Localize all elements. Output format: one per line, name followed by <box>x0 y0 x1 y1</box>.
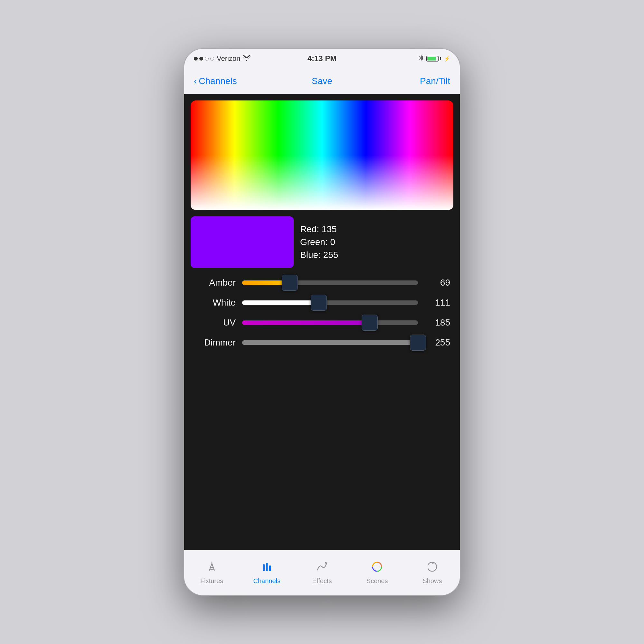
signal-dot-2 <box>199 57 203 61</box>
wifi-icon <box>243 55 251 63</box>
battery-body <box>426 56 439 62</box>
slider-thumb-dimmer[interactable] <box>410 335 426 351</box>
tab-item-effects[interactable]: Effects <box>294 550 349 595</box>
slider-value-white: 111 <box>424 298 450 308</box>
signal-dot-4 <box>210 57 214 61</box>
slider-track-amber[interactable] <box>242 280 418 285</box>
red-value: Red: 135 <box>300 224 453 234</box>
slider-row-amber: Amber69 <box>194 278 450 288</box>
rgb-values: Red: 135 Green: 0 Blue: 255 <box>300 224 453 260</box>
tab-item-fixtures[interactable]: Fixtures <box>184 550 239 595</box>
nav-back[interactable]: ‹ Channels <box>194 76 279 86</box>
slider-label-uv: UV <box>194 317 236 328</box>
color-picker[interactable] <box>191 100 453 210</box>
color-swatch <box>191 216 294 268</box>
slider-label-dimmer: Dimmer <box>194 337 236 348</box>
main-content: Red: 135 Green: 0 Blue: 255 Amber69White… <box>184 94 460 550</box>
slider-value-amber: 69 <box>424 278 450 288</box>
signal-dot-1 <box>194 57 198 61</box>
svg-rect-2 <box>263 564 265 571</box>
signal-dots <box>194 57 214 61</box>
tab-label-fixtures: Fixtures <box>200 577 223 585</box>
tab-item-channels[interactable]: Channels <box>239 550 294 595</box>
slider-row-white: White111 <box>194 298 450 308</box>
tab-icon-scenes <box>371 561 383 575</box>
nav-pantilt-button[interactable]: Pan/Tilt <box>365 76 450 86</box>
slider-thumb-amber[interactable] <box>282 275 298 291</box>
status-right: ⚡ <box>336 54 450 63</box>
slider-value-uv: 185 <box>424 317 450 328</box>
pantilt-label: Pan/Tilt <box>420 76 450 86</box>
signal-dot-3 <box>205 57 209 61</box>
slider-value-dimmer: 255 <box>424 337 450 348</box>
battery-fill <box>427 57 436 61</box>
svg-rect-3 <box>266 563 268 571</box>
blue-value: Blue: 255 <box>300 250 453 260</box>
tab-label-scenes: Scenes <box>366 577 388 585</box>
battery-indicator <box>426 56 441 62</box>
tab-label-shows: Shows <box>422 577 442 585</box>
tab-icon-shows <box>426 561 438 575</box>
slider-fill-white <box>242 300 319 305</box>
slider-thumb-white[interactable] <box>311 295 327 311</box>
carrier-label: Verizon <box>217 54 240 63</box>
battery-tip <box>440 57 441 60</box>
nav-save-button[interactable]: Save <box>279 76 365 86</box>
charging-icon: ⚡ <box>444 56 450 62</box>
slider-fill-dimmer <box>242 340 418 345</box>
slider-track-dimmer[interactable] <box>242 340 418 345</box>
status-time: 4:13 PM <box>308 54 337 63</box>
tab-item-scenes[interactable]: Scenes <box>350 550 405 595</box>
tab-icon-fixtures <box>206 561 218 575</box>
tab-label-effects: Effects <box>312 577 332 585</box>
slider-fill-uv <box>242 320 370 325</box>
svg-rect-4 <box>269 565 271 571</box>
tab-label-channels: Channels <box>253 577 281 585</box>
phone-frame: Verizon 4:13 PM <box>184 48 460 596</box>
tab-bar: FixturesChannelsEffectsScenesShows <box>184 550 460 595</box>
color-info-row: Red: 135 Green: 0 Blue: 255 <box>191 216 453 268</box>
slider-row-dimmer: Dimmer255 <box>194 337 450 348</box>
bluetooth-icon <box>419 54 424 63</box>
tab-item-shows[interactable]: Shows <box>405 550 460 595</box>
slider-track-white[interactable] <box>242 300 418 305</box>
slider-thumb-uv[interactable] <box>362 315 378 331</box>
slider-row-uv: UV185 <box>194 317 450 328</box>
slider-label-amber: Amber <box>194 278 236 288</box>
back-label[interactable]: Channels <box>199 76 237 86</box>
sliders-area: Amber69White111UV185Dimmer255 <box>184 274 460 550</box>
tab-icon-effects <box>316 561 328 575</box>
save-label: Save <box>312 76 332 86</box>
status-left: Verizon <box>194 54 308 63</box>
green-value: Green: 0 <box>300 237 453 247</box>
status-bar: Verizon 4:13 PM <box>184 49 460 68</box>
slider-track-uv[interactable] <box>242 320 418 325</box>
color-gradient[interactable] <box>191 100 453 210</box>
nav-bar: ‹ Channels Save Pan/Tilt <box>184 68 460 94</box>
slider-label-white: White <box>194 298 236 308</box>
tab-icon-channels <box>261 561 273 575</box>
back-arrow-icon: ‹ <box>194 76 197 86</box>
